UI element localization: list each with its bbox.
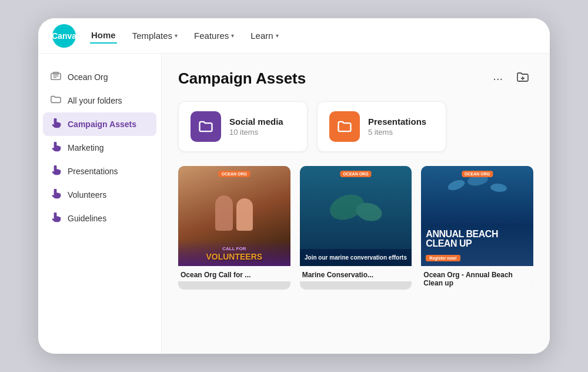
- hand-icon: [50, 141, 62, 154]
- canva-logo[interactable]: Canva: [52, 24, 76, 48]
- sidebar-item-ocean-org[interactable]: Ocean Org: [38, 65, 161, 89]
- design-headline: ANNUAL BEACH CLEAN UP: [426, 230, 529, 248]
- sidebar-item-all-folders[interactable]: All your folders: [38, 89, 161, 112]
- sidebar-item-campaign-assets[interactable]: Campaign Assets: [43, 112, 156, 136]
- header-actions: ···: [489, 68, 533, 89]
- nav-learn[interactable]: Learn ▾: [249, 28, 279, 43]
- chevron-down-icon: ▾: [231, 32, 234, 39]
- sidebar: Ocean Org All your folders Campaign Asse…: [38, 54, 162, 354]
- design-cta-button: Register now!: [426, 255, 460, 261]
- nav-home[interactable]: Home: [90, 28, 117, 44]
- nav-features[interactable]: Features ▾: [193, 28, 235, 43]
- sidebar-item-presentations[interactable]: Presentations: [38, 160, 161, 183]
- navbar: Canva Home Templates ▾ Features ▾ Learn …: [38, 18, 550, 54]
- sidebar-label: Guidelines: [68, 214, 106, 223]
- org-icon: [50, 71, 62, 84]
- folder-name: Presentations: [368, 117, 426, 127]
- nav-templates[interactable]: Templates ▾: [131, 28, 179, 43]
- design-cta-text: CALL FOR VOLUNTEERS: [178, 240, 290, 266]
- image-grid: OCEAN ORG CALL FOR VOLUNTEERS Ocean Org …: [178, 166, 533, 290]
- sidebar-item-guidelines[interactable]: Guidelines: [38, 207, 161, 230]
- design-thumbnail: OCEAN ORG Join our marine convervation e…: [300, 166, 412, 266]
- folder-info: Social media 10 items: [229, 117, 283, 137]
- design-title: Marine Conservatio...: [300, 266, 412, 281]
- new-folder-button[interactable]: [512, 68, 533, 89]
- sidebar-item-marketing[interactable]: Marketing: [38, 136, 161, 160]
- design-title: Ocean Org Call for ...: [178, 266, 290, 281]
- main-content: Campaign Assets ···: [162, 54, 550, 354]
- page-header: Campaign Assets ···: [178, 68, 533, 89]
- chevron-down-icon: ▾: [276, 32, 279, 39]
- folder-icon-purple: [191, 111, 221, 142]
- design-badge: OCEAN ORG: [219, 171, 250, 177]
- folder-count: 10 items: [229, 128, 283, 137]
- design-card-marine[interactable]: OCEAN ORG Join our marine convervation e…: [300, 166, 412, 290]
- folder-count: 5 items: [368, 128, 426, 137]
- folder-card-social-media[interactable]: Social media 10 items: [178, 101, 308, 152]
- folder-grid: Social media 10 items Presentations 5 it…: [178, 101, 533, 152]
- sidebar-item-volunteers[interactable]: Volunteers: [38, 183, 161, 207]
- folder-info: Presentations 5 items: [368, 117, 426, 137]
- sidebar-label: Campaign Assets: [68, 119, 136, 129]
- design-card-beach[interactable]: OCEAN ORG ANNUAL BEACH CLEAN UP Register…: [421, 166, 533, 290]
- sidebar-label: Presentations: [68, 167, 118, 176]
- folder-icon-orange: [329, 111, 360, 142]
- design-badge: OCEAN ORG: [462, 171, 493, 177]
- hand-icon: [50, 118, 62, 131]
- sidebar-label: Ocean Org: [68, 72, 108, 82]
- folder-name: Social media: [229, 117, 283, 127]
- sidebar-label: All your folders: [68, 96, 122, 105]
- design-badge: OCEAN ORG: [340, 171, 371, 177]
- design-card-volunteers[interactable]: OCEAN ORG CALL FOR VOLUNTEERS Ocean Org …: [178, 166, 290, 290]
- hand-icon: [50, 188, 62, 201]
- sidebar-label: Volunteers: [68, 190, 106, 200]
- chevron-down-icon: ▾: [175, 32, 178, 39]
- hand-icon: [50, 212, 62, 225]
- hand-icon: [50, 165, 62, 178]
- sidebar-label: Marketing: [68, 143, 103, 152]
- content-area: Ocean Org All your folders Campaign Asse…: [38, 54, 550, 354]
- folder-card-presentations[interactable]: Presentations 5 items: [317, 101, 446, 152]
- design-title: Ocean Org - Annual Beach Clean up: [421, 266, 533, 290]
- more-options-button[interactable]: ···: [489, 69, 506, 88]
- design-thumbnail: OCEAN ORG ANNUAL BEACH CLEAN UP Register…: [421, 166, 533, 266]
- design-body: Join our marine convervation efforts: [300, 249, 412, 266]
- page-title: Campaign Assets: [178, 69, 306, 88]
- folder-icon: [50, 94, 62, 107]
- design-thumbnail: OCEAN ORG CALL FOR VOLUNTEERS: [178, 166, 290, 266]
